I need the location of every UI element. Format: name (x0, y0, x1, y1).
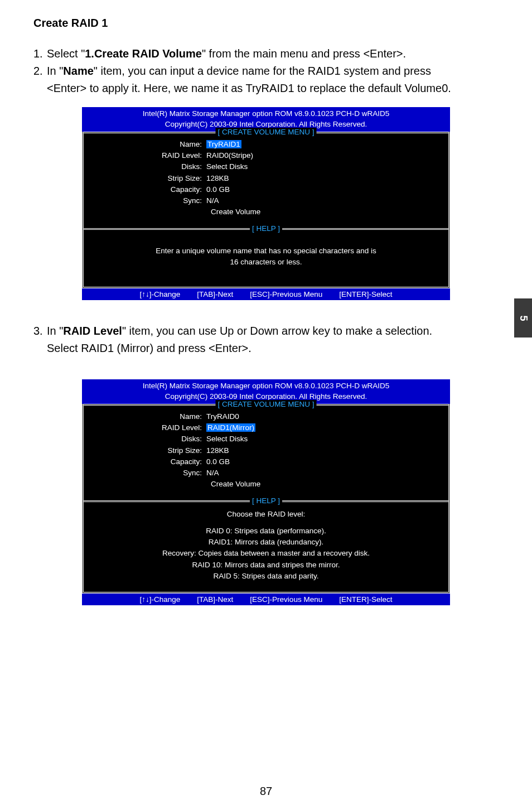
bios2-cap-value: 0.0 GB (206, 456, 230, 467)
bios-screenshot-1: Intel(R) Matrix Storage Manager option R… (82, 107, 450, 300)
bios1-body: [ CREATE VOLUME MENU ] Name: TryRAID1 RA… (82, 132, 450, 288)
bios2-strip-value: 128KB (206, 445, 229, 456)
bios1-fields: Name: TryRAID1 RAID Level: RAID0(Stripe)… (84, 133, 448, 228)
bios2-help-title-wrap: [ HELP ] (84, 500, 448, 502)
bios2-name-value: TryRAID0 (206, 411, 239, 422)
step-1-text: Select "1.Create RAID Volume" from the m… (47, 45, 406, 62)
step-2: 2. In "Name" item, you can input a devic… (33, 62, 499, 80)
bios1-help-title: [ HELP ] (250, 224, 282, 233)
bios2-raid-highlight: RAID1(Mirror) (206, 423, 255, 432)
bios1-raid-value: RAID0(Stripe) (206, 150, 253, 161)
bios1-footer-prev: [ESC]-Previous Menu (250, 290, 322, 298)
step-2-text: In "Name" item, you can input a device n… (47, 62, 431, 80)
bios2-header-line1: Intel(R) Matrix Storage Manager option R… (85, 381, 447, 392)
bios2-cap-label: Capacity: (95, 456, 206, 467)
bios2-help-line4: RAID 10: Mirrors data and stripes the mi… (95, 560, 437, 571)
bios2-help-content: Choose the RAID level: RAID 0: Stripes d… (84, 502, 448, 592)
bios1-cap-label: Capacity: (95, 184, 206, 195)
bios1-menu-title: [ CREATE VOLUME MENU ] (215, 128, 316, 136)
bios2-help-line1: RAID 0: Stripes data (performance). (95, 525, 437, 537)
bios2-help-title: [ HELP ] (250, 496, 282, 505)
bios1-name-highlight: TryRAID1 (206, 140, 241, 148)
bios2-row-raid: RAID Level: RAID1(Mirror) (95, 422, 437, 433)
bios2-menu-title-wrap: [ CREATE VOLUME MENU ] (84, 404, 448, 406)
step-3-text: In "RAID Level" item, you can use Up or … (47, 322, 432, 340)
bios2-help-line0: Choose the RAID level: (95, 509, 437, 520)
bios1-name-label: Name: (95, 139, 206, 150)
bios1-sync-label: Sync: (95, 195, 206, 206)
step-1-number: 1. (33, 45, 47, 62)
bios2-disks-value: Select Disks (206, 433, 248, 445)
bios-screenshot-2: Intel(R) Matrix Storage Manager option R… (82, 379, 450, 605)
bios2-footer-next: [TAB]-Next (197, 595, 233, 604)
bios1-row-disks: Disks: Select Disks (95, 161, 437, 172)
bios2-raid-label: RAID Level: (95, 422, 206, 433)
step-3-cont: Select RAID1 (Mirror) and press <Enter>. (33, 340, 499, 357)
bios2-create-volume: Create Volume (95, 479, 437, 490)
bios1-footer-next: [TAB]-Next (197, 290, 233, 298)
bios2-strip-label: Strip Size: (95, 445, 206, 456)
step-2-cont: <Enter> to apply it. Here, we name it as… (33, 80, 499, 97)
step-1-post: " from the main menu and press <Enter>. (202, 47, 406, 60)
bios1-header-line1: Intel(R) Matrix Storage Manager option R… (85, 109, 447, 119)
bios1-help-content: Enter a unique volume name that has no s… (84, 230, 448, 287)
bios2-sync-label: Sync: (95, 467, 206, 479)
bios2-disks-label: Disks: (95, 433, 206, 445)
bios2-help-line5: RAID 5: Stripes data and parity. (95, 571, 437, 582)
step-1: 1. Select "1.Create RAID Volume" from th… (33, 45, 499, 62)
instructions-block-1: 1. Select "1.Create RAID Volume" from th… (33, 45, 499, 97)
bios1-help-title-wrap: [ HELP ] (84, 228, 448, 230)
bios2-menu-title: [ CREATE VOLUME MENU ] (215, 400, 316, 408)
bios1-footer-select: [ENTER]-Select (339, 290, 392, 298)
step-1-bold: 1.Create RAID Volume (85, 47, 202, 60)
step-3-number: 3. (33, 322, 47, 340)
bios1-name-value[interactable]: TryRAID1 (206, 139, 241, 150)
bios1-row-strip: Strip Size: 128KB (95, 173, 437, 184)
step-2-post: " item, you can input a device name for … (94, 65, 431, 77)
step-2-pre: In " (47, 65, 63, 77)
bios1-row-name: Name: TryRAID1 (95, 139, 437, 150)
bios2-fields: Name: TryRAID0 RAID Level: RAID1(Mirror)… (84, 406, 448, 500)
bios1-strip-value: 128KB (206, 173, 229, 184)
bios1-help-line2: 16 characters or less. (95, 257, 437, 268)
bios1-cap-value: 0.0 GB (206, 184, 230, 195)
bios2-row-disks: Disks: Select Disks (95, 433, 437, 445)
bios1-row-capacity: Capacity: 0.0 GB (95, 184, 437, 195)
bios2-footer-change: [↑↓]-Change (140, 595, 181, 604)
bios1-create-volume: Create Volume (95, 206, 437, 218)
bios1-disks-value: Select Disks (206, 161, 248, 172)
step-3-pre: In " (47, 325, 63, 337)
step-3-post: " item, you can use Up or Down arrow key… (122, 325, 432, 337)
step-3: 3. In "RAID Level" item, you can use Up … (33, 322, 499, 340)
bios1-row-sync: Sync: N/A (95, 195, 437, 206)
bios2-raid-value[interactable]: RAID1(Mirror) (206, 422, 255, 433)
bios2-footer-select: [ENTER]-Select (339, 595, 392, 604)
bios2-help-line2: RAID1: Mirrors data (redundancy). (95, 537, 437, 548)
bios1-disks-label: Disks: (95, 161, 206, 172)
bios1-help-line1: Enter a unique volume name that has no s… (95, 245, 437, 257)
bios1-strip-label: Strip Size: (95, 173, 206, 184)
bios2-footer: [↑↓]-Change [TAB]-Next [ESC]-Previous Me… (82, 594, 450, 605)
step-2-bold: Name (63, 65, 93, 77)
bios2-name-label: Name: (95, 411, 206, 422)
bios1-footer-change: [↑↓]-Change (140, 290, 181, 298)
step-3-bold: RAID Level (63, 325, 122, 337)
step-2-number: 2. (33, 62, 47, 80)
side-tab-label: 5 (517, 315, 529, 321)
bios2-help-line3: Recovery: Copies data between a master a… (95, 548, 437, 559)
bios1-footer: [↑↓]-Change [TAB]-Next [ESC]-Previous Me… (82, 288, 450, 300)
bios1-sync-value: N/A (206, 195, 219, 206)
bios2-row-strip: Strip Size: 128KB (95, 445, 437, 456)
bios1-menu-title-wrap: [ CREATE VOLUME MENU ] (84, 132, 448, 133)
bios2-footer-prev: [ESC]-Previous Menu (250, 595, 322, 604)
bios2-sync-value: N/A (206, 467, 219, 479)
section-heading: Create RAID 1 (33, 17, 499, 30)
bios2-body: [ CREATE VOLUME MENU ] Name: TryRAID0 RA… (82, 404, 450, 594)
page-number: 87 (260, 785, 272, 798)
bios2-row-capacity: Capacity: 0.0 GB (95, 456, 437, 467)
bios2-row-name: Name: TryRAID0 (95, 411, 437, 422)
bios2-row-sync: Sync: N/A (95, 467, 437, 479)
instructions-block-2: 3. In "RAID Level" item, you can use Up … (33, 322, 499, 357)
bios1-raid-label: RAID Level: (95, 150, 206, 161)
step-1-pre: Select " (47, 47, 85, 60)
